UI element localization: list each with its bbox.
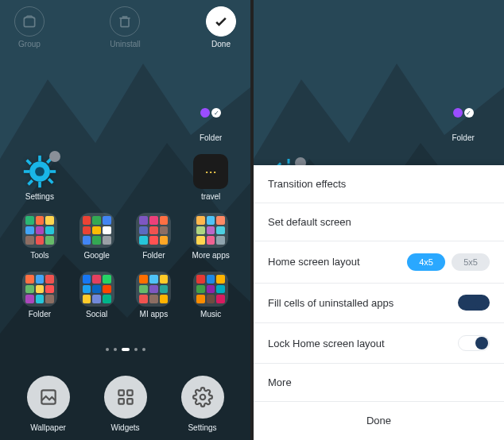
unchecked-dot [49, 151, 60, 162]
gear-icon [181, 376, 224, 419]
toggle-lock-layout[interactable] [458, 335, 490, 351]
svg-rect-9 [24, 170, 29, 173]
gear-icon [22, 154, 57, 189]
svg-rect-8 [38, 182, 41, 187]
folder-tools[interactable]: Tools [13, 213, 67, 268]
page-dot[interactable] [114, 348, 117, 351]
svg-point-21 [200, 395, 205, 400]
folder-icon [136, 213, 171, 248]
row-label: Home screen layout [268, 256, 360, 268]
layout-option-4x5[interactable]: 4x5 [407, 253, 445, 271]
row-label: Transition effects [268, 178, 346, 190]
svg-rect-20 [127, 399, 133, 404]
app-label: Folder [200, 133, 222, 142]
svg-rect-7 [38, 156, 41, 161]
row-home-screen-layout: Home screen layout 4x5 5x5 [254, 241, 504, 284]
svg-rect-16 [41, 390, 55, 403]
content: Group Uninstall Done ✓ Fo [0, 0, 250, 440]
svg-rect-26 [288, 159, 290, 164]
row-done[interactable]: Done [254, 402, 504, 440]
app-travel[interactable]: • • • travel [184, 154, 238, 210]
home-grid: ✓ Folder Settings • • • travel [0, 95, 250, 327]
page-dot[interactable] [134, 348, 138, 351]
row-label: Lock Home screen layout [268, 338, 385, 349]
folder-google[interactable]: Google [70, 213, 124, 268]
row-label: Done [366, 415, 391, 426]
folder-icon [22, 213, 57, 248]
layout-option-5x5[interactable]: 5x5 [452, 253, 490, 271]
svg-rect-14 [27, 179, 33, 186]
app-settings[interactable]: Settings [13, 154, 67, 210]
check-icon [206, 6, 236, 37]
svg-rect-12 [48, 178, 54, 184]
folder-icon [22, 272, 57, 307]
app-folder-top[interactable]: ✓ Folder [184, 95, 238, 151]
svg-rect-4 [24, 17, 34, 27]
folder-games[interactable]: Folder [127, 213, 181, 268]
page-dot[interactable] [142, 348, 145, 351]
row-set-default-screen[interactable]: Set default screen [254, 203, 504, 241]
page-dot[interactable] [122, 348, 130, 351]
dock-widgets[interactable]: Widgets [104, 376, 147, 432]
svg-rect-19 [118, 399, 124, 404]
row-label: Fill cells of uninstalled apps [268, 297, 394, 309]
dock-label: Widgets [110, 423, 139, 432]
svg-rect-11 [25, 159, 32, 165]
done-button[interactable]: Done [206, 6, 236, 48]
app-label: Social [86, 310, 107, 318]
app-label: Settings [25, 192, 54, 201]
dock-label: Wallpaper [30, 423, 66, 432]
folder-icon [79, 272, 114, 307]
row-more[interactable]: More [254, 364, 504, 402]
folder-social[interactable]: Social [70, 272, 124, 327]
app-label: MI apps [140, 310, 169, 318]
app-label: Folder [29, 310, 51, 318]
app-label: Folder [142, 251, 165, 260]
dock-label: Settings [188, 423, 216, 432]
app-label: Tools [30, 251, 48, 260]
group-label: Group [18, 40, 41, 48]
done-label: Done [211, 40, 231, 48]
trash-icon [110, 6, 140, 37]
row-transition-effects[interactable]: Transition effects [254, 165, 504, 203]
uninstall-label: Uninstall [110, 40, 140, 48]
dock-settings[interactable]: Settings [181, 376, 224, 432]
svg-rect-18 [127, 390, 133, 396]
app-folder-top[interactable]: ✓ Folder [435, 95, 491, 151]
app-label: Music [200, 310, 221, 318]
content: ✓ Folder Transition effects Set default … [254, 0, 504, 440]
phone-launcher-settings: ✓ Folder Transition effects Set default … [254, 0, 504, 440]
travel-icon: • • • [193, 154, 228, 189]
folder-misc[interactable]: Folder [13, 272, 67, 327]
app-label: Folder [452, 133, 474, 142]
folder-icon [193, 213, 228, 248]
group-button: Group [14, 6, 45, 48]
launcher-settings-sheet: Transition effects Set default screen Ho… [254, 165, 504, 440]
app-label: More apps [192, 251, 230, 260]
app-label: Google [84, 251, 110, 260]
widgets-icon [104, 376, 147, 419]
home-grid-partial: ✓ Folder [254, 95, 504, 151]
folder-icon [136, 272, 171, 307]
folder-badge-icons: ✓ [453, 108, 474, 118]
folder-badge-icons: ✓ [200, 108, 221, 118]
page-indicator [0, 348, 250, 351]
row-label: Set default screen [268, 216, 351, 228]
row-label: More [268, 376, 292, 388]
svg-point-15 [35, 167, 45, 176]
row-fill-cells: Fill cells of uninstalled apps [254, 284, 504, 324]
toggle-fill-cells[interactable] [458, 295, 490, 311]
folder-music[interactable]: Music [184, 272, 238, 327]
folder-more-apps[interactable]: More apps [184, 213, 238, 268]
layout-pills: 4x5 5x5 [407, 253, 490, 271]
topbar: Group Uninstall Done [0, 0, 250, 48]
folder-mi-apps[interactable]: MI apps [127, 272, 181, 327]
wallpaper-icon [27, 376, 70, 419]
app-label: travel [201, 192, 220, 201]
phone-launcher-edit: Group Uninstall Done ✓ Fo [0, 0, 250, 440]
dock-wallpaper[interactable]: Wallpaper [27, 376, 70, 432]
group-icon [14, 6, 45, 37]
svg-rect-5 [121, 18, 129, 27]
row-lock-layout: Lock Home screen layout [254, 323, 504, 364]
page-dot[interactable] [106, 348, 109, 351]
